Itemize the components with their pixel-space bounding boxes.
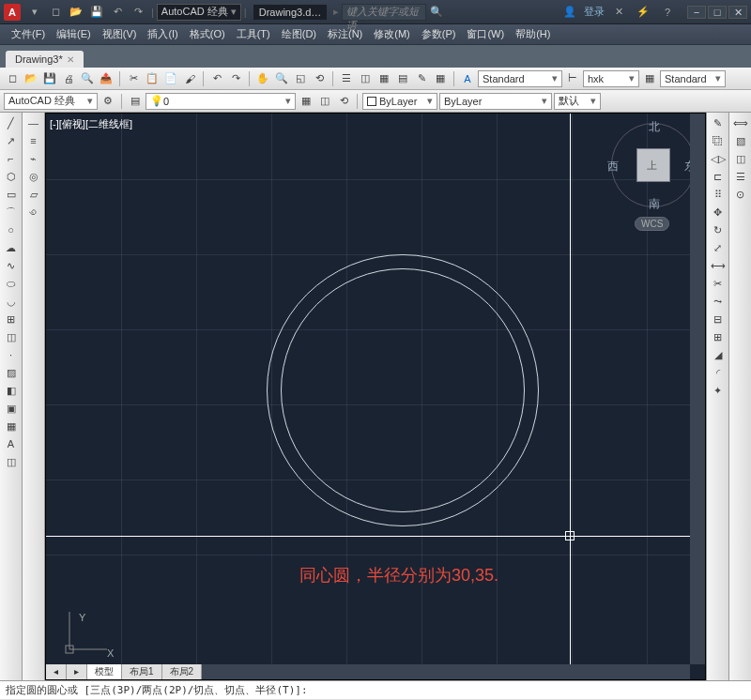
undo-btn-icon[interactable]: ↶ xyxy=(208,70,225,87)
mline-icon[interactable]: ≡ xyxy=(25,132,42,149)
wipeout-icon[interactable]: ▱ xyxy=(25,186,42,203)
ellipse-icon[interactable]: ⬭ xyxy=(3,275,20,292)
move-icon[interactable]: ✥ xyxy=(710,204,727,221)
spline-icon[interactable]: ∿ xyxy=(3,257,20,274)
menu-view[interactable]: 视图(V) xyxy=(97,25,143,43)
viewcube-north[interactable]: 北 xyxy=(649,119,660,135)
copy2-icon[interactable]: ⿻ xyxy=(710,132,727,149)
explode-icon[interactable]: ✦ xyxy=(710,382,727,399)
ellipse-arc-icon[interactable]: ◡ xyxy=(3,293,20,310)
rotate-icon[interactable]: ↻ xyxy=(710,221,727,238)
search-input[interactable]: 键入关键字或短语 xyxy=(342,4,426,21)
table-style-dropdown[interactable]: Standard▾ xyxy=(660,70,726,87)
text-style-dropdown[interactable]: Standard▾ xyxy=(478,70,562,87)
viewcube-south[interactable]: 南 xyxy=(649,196,660,212)
linetype-dropdown[interactable]: ByLayer▾ xyxy=(439,93,552,110)
paste-icon[interactable]: 📄 xyxy=(162,70,179,87)
list-icon[interactable]: ☰ xyxy=(732,168,749,185)
menu-file[interactable]: 文件(F) xyxy=(6,25,51,43)
open-icon[interactable]: 📂 xyxy=(68,4,84,21)
menu-tools[interactable]: 工具(T) xyxy=(231,25,276,43)
gradient-icon[interactable]: ◧ xyxy=(3,382,20,399)
lineweight-dropdown[interactable]: 默认▾ xyxy=(554,93,601,110)
drawing-canvas[interactable]: [-][俯视][二维线框] 同心圆，半径分别为30,35. Y X 上 北 南 … xyxy=(45,113,706,680)
app-logo[interactable]: A xyxy=(4,4,21,21)
break-icon[interactable]: ⊟ xyxy=(710,311,727,327)
menu-parametric[interactable]: 参数(P) xyxy=(416,25,462,43)
close-tab-icon[interactable]: ✕ xyxy=(67,54,74,65)
minimize-button[interactable]: − xyxy=(687,6,706,19)
layer-prev-icon[interactable]: ⟲ xyxy=(335,93,352,110)
workspace2-dropdown[interactable]: AutoCAD 经典▾ xyxy=(4,93,98,110)
tab-nav-left[interactable]: ◂ xyxy=(46,664,67,679)
insert-block-icon[interactable]: ⊞ xyxy=(3,311,20,327)
zoom-icon[interactable]: 🔍 xyxy=(273,70,290,87)
join-icon[interactable]: ⊞ xyxy=(710,328,727,345)
donut-icon[interactable]: ◎ xyxy=(25,168,42,185)
circle-icon[interactable]: ○ xyxy=(3,221,20,238)
array-icon[interactable]: ⠿ xyxy=(710,186,727,203)
make-block-icon[interactable]: ◫ xyxy=(3,328,20,345)
mirror-icon[interactable]: ◁▷ xyxy=(710,150,727,167)
circle-r30[interactable] xyxy=(281,268,525,512)
stretch-icon[interactable]: ⟷ xyxy=(710,257,727,274)
open-file-icon[interactable]: 📂 xyxy=(23,70,39,87)
region-icon[interactable]: ▣ xyxy=(3,400,20,417)
viewcube-top-face[interactable]: 上 xyxy=(636,148,670,182)
menu-dimension[interactable]: 标注(N) xyxy=(322,25,368,43)
plot-preview-icon[interactable]: 🔍 xyxy=(79,70,96,87)
menu-window[interactable]: 窗口(W) xyxy=(461,25,510,43)
help-icon[interactable]: ? xyxy=(659,4,676,21)
addselect-icon[interactable]: ◫ xyxy=(3,453,20,470)
properties-icon[interactable]: ☰ xyxy=(338,70,355,87)
new-icon[interactable]: ◻ xyxy=(47,4,64,21)
line-icon[interactable]: ╱ xyxy=(3,114,20,131)
massprop-icon[interactable]: ◫ xyxy=(732,150,749,167)
dim-style-dropdown[interactable]: hxk▾ xyxy=(583,70,639,87)
rectangle-icon[interactable]: ▭ xyxy=(3,186,20,203)
area-icon[interactable]: ▧ xyxy=(732,132,749,149)
viewcube[interactable]: 上 北 南 东 西 WCS xyxy=(611,123,696,236)
helix-icon[interactable]: ꩜ xyxy=(25,204,42,221)
text-style-icon[interactable]: A xyxy=(459,70,476,87)
ucs-icon[interactable] xyxy=(55,602,112,661)
point-icon[interactable]: · xyxy=(3,346,20,363)
erase-icon[interactable]: ✎ xyxy=(710,114,727,131)
print-icon[interactable]: 🖨 xyxy=(60,70,77,87)
calc-icon[interactable]: ▦ xyxy=(432,70,449,87)
menu-icon[interactable]: ▾ xyxy=(26,4,43,21)
wcs-badge[interactable]: WCS xyxy=(635,217,669,231)
xline-icon[interactable]: — xyxy=(25,114,42,131)
menu-help[interactable]: 帮助(H) xyxy=(510,25,556,43)
redo-icon[interactable]: ↷ xyxy=(130,4,146,21)
cut-icon[interactable]: ✂ xyxy=(125,70,142,87)
tab-layout1[interactable]: 布局1 xyxy=(122,664,162,679)
3dpoly-icon[interactable]: ⌁ xyxy=(25,150,42,167)
layer-state-icon[interactable]: ▦ xyxy=(298,93,314,110)
pline-icon[interactable]: ⌐ xyxy=(3,150,20,167)
offset-icon[interactable]: ⊏ xyxy=(710,168,727,185)
hatch-icon[interactable]: ▨ xyxy=(3,364,20,381)
viewcube-west[interactable]: 西 xyxy=(607,159,619,175)
polygon-icon[interactable]: ⬡ xyxy=(3,168,20,185)
menu-insert[interactable]: 插入(I) xyxy=(142,25,183,43)
markup-icon[interactable]: ✎ xyxy=(413,70,430,87)
search-icon[interactable]: 🔍 xyxy=(428,4,445,21)
fillet-icon[interactable]: ◜ xyxy=(710,364,727,381)
star-icon[interactable]: ⚡ xyxy=(635,4,651,21)
gear-icon[interactable]: ⚙ xyxy=(100,93,116,110)
table-icon[interactable]: ▦ xyxy=(3,418,20,434)
tab-model[interactable]: 模型 xyxy=(87,664,122,679)
menu-modify[interactable]: 修改(M) xyxy=(368,25,416,43)
tab-nav-right[interactable]: ▸ xyxy=(67,664,87,679)
exchange-icon[interactable]: ✕ xyxy=(610,4,627,21)
dim-style-icon[interactable]: ⊢ xyxy=(564,70,581,87)
color-dropdown[interactable]: ByLayer▾ xyxy=(362,93,437,110)
pan-icon[interactable]: ✋ xyxy=(254,70,271,87)
chamfer-icon[interactable]: ◢ xyxy=(710,346,727,363)
trim-icon[interactable]: ✂ xyxy=(710,275,727,292)
copy-icon[interactable]: 📋 xyxy=(144,70,161,87)
design-center-icon[interactable]: ◫ xyxy=(357,70,374,87)
menu-format[interactable]: 格式(O) xyxy=(184,25,231,43)
workspace-dropdown[interactable]: AutoCAD 经典 ▾ xyxy=(157,4,241,21)
